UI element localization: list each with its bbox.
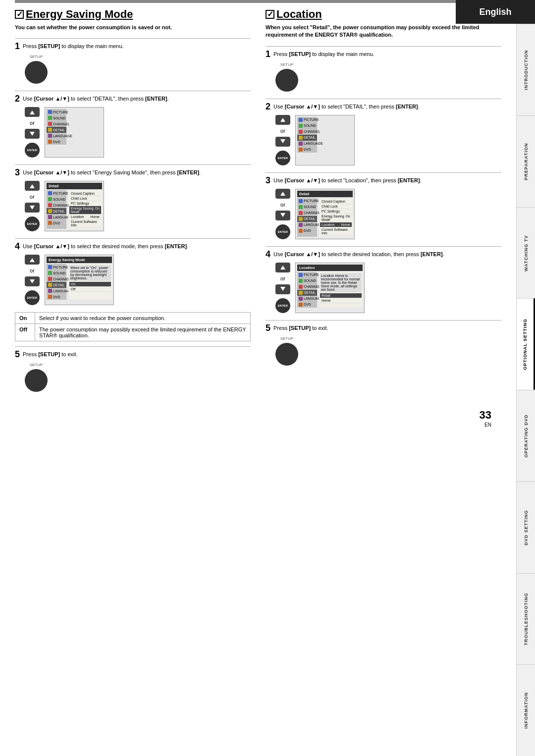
menu-loc-label-e3: Location	[71, 215, 84, 218]
menu-side-l4: PICTURE SOUND CHANNEL DETAIL LANGUAGE DV…	[297, 272, 317, 308]
menu-channel-e2: CHANNEL	[47, 121, 66, 127]
menu-language-l2: LANGUAGE	[297, 141, 317, 147]
energy-step2-num: 2	[15, 94, 20, 103]
sidebar-tab-information[interactable]: INFORMATION	[517, 664, 535, 756]
energy-step3-header: 3 Use [Cursor ▲/▼] to select "Energy Sav…	[15, 169, 251, 177]
sidebar-tab-preparation[interactable]: PREPARATION	[517, 115, 535, 207]
location-step4-num: 4	[266, 250, 270, 259]
menu-esm-label-l3: Energy Saving Mode	[321, 215, 346, 221]
menu-item-cl-e3: Child Lock	[69, 196, 101, 201]
page-lang: EN	[484, 422, 491, 428]
menu-row-e4: PICTURE SOUND CHANNEL DETAIL LANGUAGE DV…	[47, 264, 112, 300]
location-step3-text: Use [Cursor ▲/▼] to select "Location", t…	[273, 177, 422, 184]
menu-main-l3: Closed Caption Child Lock PC Settings En…	[319, 198, 353, 237]
menu-on-row-e4: On	[71, 282, 109, 286]
location-step4-header: 4 Use [Cursor ▲/▼] to select the desired…	[266, 251, 501, 259]
menu-item-pc-l3: PC Settings	[320, 209, 352, 214]
enter-button-e3: ENTER	[25, 216, 40, 231]
menu-main-e4: When set to "On", power consumption is r…	[68, 264, 112, 300]
location-step2-content: or ENTER PICTURE SOUND	[275, 115, 501, 165]
menu-channel-l4: CHANNEL	[297, 284, 317, 290]
cursor-up-e2	[25, 107, 40, 117]
menu-loc-desc-l4: Location Home is recommended for normal …	[320, 273, 362, 292]
energy-option-table: On Select if you want to reduce the powe…	[15, 312, 251, 341]
menu-main-l4: Location Home is recommended for normal …	[319, 272, 363, 308]
language-label: English	[479, 7, 511, 17]
location-step5-num: 5	[266, 324, 270, 332]
setup-button-e1	[25, 61, 48, 84]
energy-step1-header: 1 Press [SETUP] to display the main menu…	[15, 43, 251, 51]
energy-step3-buttons: or ENTER	[25, 181, 40, 231]
menu-detail-e3: DETAIL	[47, 208, 66, 214]
sidebar-tab-watching[interactable]: WATCHING TV	[517, 207, 535, 299]
location-step4-buttons: or ENTER	[275, 263, 290, 313]
sidebar-tab-operating[interactable]: OPERATING DVD	[517, 390, 535, 482]
menu-loc-label-l3: Location	[321, 223, 334, 226]
or-text-e2: or	[30, 120, 35, 126]
energy-step5-text: Press [SETUP] to exit.	[23, 351, 78, 358]
energy-title: Energy Saving Mode	[15, 8, 251, 21]
energy-step3-content: or ENTER Detail PICTURE	[25, 181, 251, 231]
menu-on-e4: On	[69, 282, 111, 287]
energy-step1-text: Press [SETUP] to display the main menu.	[23, 43, 124, 50]
location-step3-content: or ENTER Detail PICTURE	[275, 189, 501, 239]
location-step3-num: 3	[266, 176, 270, 185]
location-step1-header: 1 Press [SETUP] to display the main menu…	[266, 51, 501, 58]
menu-channel-l3: CHANNEL	[297, 210, 317, 216]
menu-mockup-e3: Detail PICTURE SOUND CHANNEL DETAIL LANG…	[45, 181, 104, 231]
location-title-text: Location	[276, 8, 322, 21]
menu-picture-l3: PICTURE	[297, 198, 317, 204]
location-step5: 5 Press [SETUP] to exit. SETUP	[266, 320, 501, 366]
enter-button-e2: ENTER	[25, 143, 40, 158]
menu-side-l3: PICTURE SOUND CHANNEL DETAIL LANGUAGE DV…	[297, 198, 317, 237]
menu-esm-row-l3: Energy Saving Mode On	[321, 215, 350, 221]
menu-channel-e3: CHANNEL	[47, 202, 66, 208]
energy-step5-remote: SETUP	[25, 363, 251, 392]
location-step4-content: or ENTER Location PICTURE	[275, 263, 501, 313]
or-text-e3: or	[30, 194, 35, 200]
energy-step3-num: 3	[15, 168, 20, 177]
menu-loc-val-e3: Home	[90, 215, 100, 218]
cursor-up-e3	[25, 181, 40, 191]
enter-label-e4: ENTER	[27, 296, 37, 299]
sidebar-tab-troubleshooting[interactable]: TROUBLESHOOTING	[517, 573, 535, 665]
menu-dvd-l3: DVD	[297, 228, 317, 234]
menu-mockup-l4: Location PICTURE SOUND CHANNEL DETAIL LA…	[295, 263, 365, 313]
setup-button-l1	[275, 69, 298, 92]
menu-item-cl-l3: Child Lock	[320, 204, 352, 209]
option-row-off: Off The power consumption may possibly e…	[15, 324, 251, 341]
energy-step3: 3 Use [Cursor ▲/▼] to select "Energy Sav…	[15, 164, 251, 231]
location-step1-text: Press [SETUP] to display the main menu.	[273, 51, 374, 58]
option-row-on: On Select if you want to reduce the powe…	[15, 313, 251, 324]
menu-item-sw-e3: Current Software Info	[69, 219, 101, 228]
sidebar-tab-dvd-setting[interactable]: DVD SETTING	[517, 482, 535, 573]
energy-step5-header: 5 Press [SETUP] to exit.	[15, 351, 251, 359]
menu-dvd-l2: DVD	[297, 147, 317, 153]
menu-title-e4: Energy Saving Mode	[47, 257, 112, 263]
menu-channel-l2: CHANNEL	[297, 129, 317, 135]
enter-button-e4: ENTER	[25, 290, 40, 305]
cursor-down-e3	[25, 203, 40, 213]
menu-picture-e4: PICTURE	[47, 264, 66, 270]
location-step3: 3 Use [Cursor ▲/▼] to select "Location",…	[266, 172, 501, 239]
enter-button-l3: ENTER	[275, 224, 290, 239]
location-step2-num: 2	[266, 102, 270, 111]
menu-mockup-l2: PICTURE SOUND CHANNEL DETAIL LANGUAGE DV…	[295, 115, 355, 165]
location-step1-remote: SETUP	[275, 62, 501, 92]
setup-label-e5: SETUP	[30, 363, 43, 367]
enter-label-e3: ENTER	[27, 222, 37, 225]
energy-subtitle: You can set whether the power consumptio…	[15, 24, 251, 31]
sidebar-tab-optional[interactable]: OPTIONAL SETTING	[517, 298, 535, 390]
location-step2-header: 2 Use [Cursor ▲/▼] to select "DETAIL", t…	[266, 103, 501, 111]
cursor-up-l2	[275, 115, 290, 125]
menu-retail-l4: Retail	[320, 293, 362, 298]
sidebar-tab-introduction[interactable]: INTRODUCTION	[517, 24, 535, 115]
menu-on-label-e4: On	[71, 282, 75, 286]
menu-side-e4: PICTURE SOUND CHANNEL DETAIL LANGUAGE DV…	[47, 264, 66, 300]
menu-side-e3: PICTURE SOUND CHANNEL DETAIL LANGUAGE DV…	[47, 190, 66, 229]
energy-step2: 2 Use [Cursor ▲/▼] to select "DETAIL", t…	[15, 91, 251, 158]
two-column-layout: Energy Saving Mode You can set whether t…	[15, 8, 501, 399]
page-footer: 33 EN	[15, 409, 491, 428]
menu-picture-l2: PICTURE	[297, 117, 317, 123]
menu-picture-e2: PICTURE	[47, 109, 66, 115]
